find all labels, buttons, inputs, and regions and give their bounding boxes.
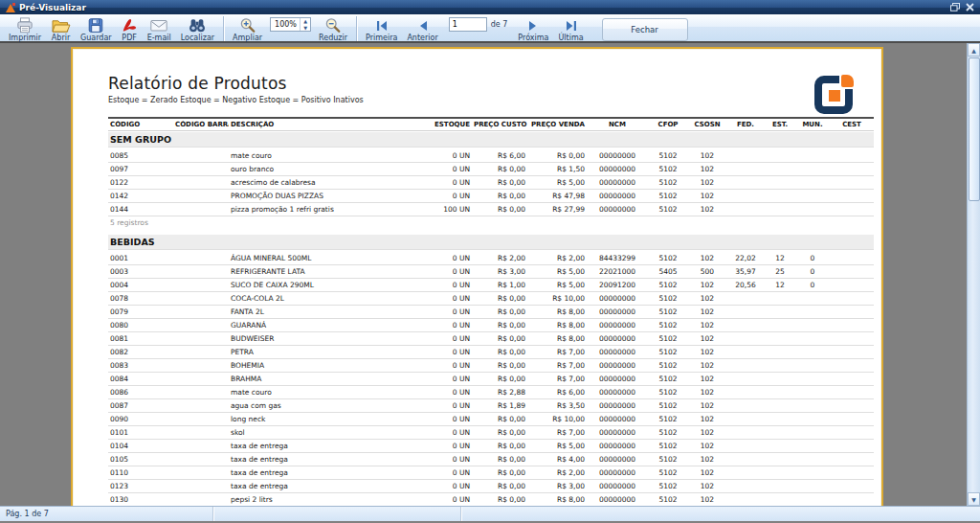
window-title: Pré-Visualizar	[19, 3, 950, 12]
zoom-out-button[interactable]: Reduzir	[314, 15, 352, 43]
previous-page-button[interactable]: Anterior	[402, 15, 442, 43]
next-page-label: Próxima	[518, 34, 548, 42]
table-cell: 5102	[648, 165, 688, 173]
table-cell: 00000000	[587, 455, 648, 464]
table-cell: pizza promoção 1 refri gratis	[229, 205, 416, 214]
table-cell: 5102	[648, 428, 688, 437]
table-cell: BRAHMA	[229, 375, 416, 383]
close-preview-button[interactable]: Fechar	[602, 18, 688, 41]
table-cell: R$ 0,00	[472, 321, 527, 330]
table-cell: mate couro	[229, 151, 416, 160]
table-cell: BOHEMIA	[229, 361, 416, 370]
table-cell: R$ 0,00	[472, 178, 527, 187]
table-cell: 00000000	[587, 428, 648, 437]
scroll-up-icon[interactable]: ▲	[968, 43, 980, 57]
page-number-input[interactable]	[449, 17, 487, 32]
save-button[interactable]: Guardar	[76, 15, 117, 43]
table-row: 0084BRAHMA0 UNR$ 0,00R$ 7,00000000005102…	[108, 373, 874, 386]
table-cell: 0097	[108, 165, 173, 173]
scrollbar-thumb[interactable]	[969, 57, 980, 201]
table-cell: 102	[688, 482, 726, 490]
find-label: Localizar	[181, 34, 214, 42]
table-cell: 102	[688, 281, 726, 289]
close-window-icon[interactable]	[966, 3, 974, 11]
table-header-row: CÓDIGOCÓDIGO BARRASDESCRIÇÃOESTOQUEPREÇO…	[108, 117, 874, 131]
table-cell: 0 UN	[416, 415, 472, 423]
zoom-in-button[interactable]: Ampliar	[228, 15, 267, 43]
table-cell: R$ 2,00	[527, 468, 587, 477]
open-button[interactable]: Abrir	[46, 15, 76, 43]
table-cell: 00000000	[587, 415, 648, 423]
last-page-button[interactable]: Última	[553, 15, 588, 43]
table-cell: 00000000	[587, 361, 648, 370]
table-cell: ÁGUA MINERAL 500ML	[229, 254, 416, 262]
table-cell: 5102	[648, 205, 688, 214]
table-cell: skol	[229, 428, 416, 437]
pdf-button[interactable]: PDF	[117, 15, 143, 43]
first-page-button[interactable]: Primeira	[361, 15, 402, 43]
table-cell: 0130	[108, 495, 173, 504]
table-cell: 102	[688, 455, 726, 464]
pdf-label: PDF	[122, 34, 137, 42]
table-cell: 5405	[648, 267, 688, 276]
zoom-out-icon	[324, 17, 342, 34]
table-cell: R$ 0,00	[472, 294, 527, 303]
table-cell: R$ 3,00	[527, 482, 587, 490]
table-cell: agua com gas	[229, 401, 416, 410]
table-cell: 102	[688, 442, 726, 450]
zoom-spin-down-icon[interactable]: ▼	[301, 25, 310, 32]
restore-window-icon[interactable]	[950, 3, 960, 11]
save-icon	[87, 17, 104, 34]
table-cell: R$ 0,00	[472, 482, 527, 490]
table-cell: 0110	[108, 468, 173, 477]
table-cell: 0087	[108, 401, 173, 410]
first-page-label: Primeira	[366, 34, 397, 42]
table-cell: DESCRIÇÃO	[229, 121, 416, 128]
print-button[interactable]: Imprimir	[4, 15, 46, 43]
table-cell: 5102	[648, 388, 688, 397]
statusbar-page-label: Pág. 1 de 7	[0, 507, 212, 521]
table-cell: 0 UN	[416, 428, 472, 437]
table-cell: ESTOQUE	[416, 121, 472, 128]
zoom-level-spinner[interactable]: 100% ▲ ▼	[270, 17, 311, 32]
find-button[interactable]: Localizar	[176, 15, 219, 43]
email-button[interactable]: E-mail	[143, 15, 176, 43]
table-cell: 0	[795, 254, 830, 262]
table-cell: 0104	[108, 442, 173, 450]
table-row: 0086mate couro0 UNR$ 2,88R$ 6,0000000000…	[108, 386, 874, 399]
next-page-button[interactable]: Próxima	[513, 15, 553, 43]
table-row: 0087agua com gas0 UNR$ 1,89R$ 3,50000000…	[108, 399, 874, 413]
table-cell: 0 UN	[416, 401, 472, 410]
table-cell: 0 UN	[416, 254, 472, 262]
table-cell: R$ 0,00	[472, 192, 527, 200]
table-row: 0004SUCO DE CAIXA 290ML0 UNR$ 1,00R$ 5,0…	[108, 279, 874, 292]
table-cell: 5102	[648, 348, 688, 356]
table-cell: 0 UN	[416, 482, 472, 490]
table-cell: 0 UN	[416, 321, 472, 330]
table-cell: R$ 2,00	[527, 254, 587, 262]
zoom-in-icon	[239, 17, 256, 34]
app-icon	[6, 3, 15, 12]
table-cell: 102	[688, 294, 726, 303]
vertical-scrollbar[interactable]: ▲ ▼	[967, 43, 980, 506]
table-cell: 0 UN	[416, 294, 472, 303]
table-row: 0110taxa de entrega0 UNR$ 0,00R$ 2,00000…	[108, 466, 874, 480]
group-header: SEM GRUPO	[108, 132, 874, 148]
table-cell: R$ 10,00	[527, 294, 587, 303]
table-cell: CEST	[830, 121, 874, 128]
table-row: 0081BUDWEISER0 UNR$ 0,00R$ 8,00000000005…	[108, 332, 874, 346]
print-label: Imprimir	[9, 34, 41, 42]
table-cell: 0101	[108, 428, 173, 437]
table-cell: R$ 6,00	[527, 388, 587, 397]
table-cell: CFOP	[648, 121, 688, 128]
titlebar: Pré-Visualizar	[0, 0, 980, 14]
table-cell: R$ 0,00	[472, 375, 527, 383]
scroll-down-icon[interactable]: ▼	[968, 492, 980, 506]
table-cell: 102	[688, 468, 726, 477]
table-row: 0082PETRA0 UNR$ 0,00R$ 7,000000000051021…	[108, 346, 874, 359]
table-cell: SUCO DE CAIXA 290ML	[229, 281, 416, 289]
table-cell: R$ 6,00	[472, 151, 527, 160]
table-cell: 20,56	[726, 281, 765, 289]
table-cell: 102	[688, 361, 726, 370]
table-cell: R$ 8,00	[527, 321, 587, 330]
